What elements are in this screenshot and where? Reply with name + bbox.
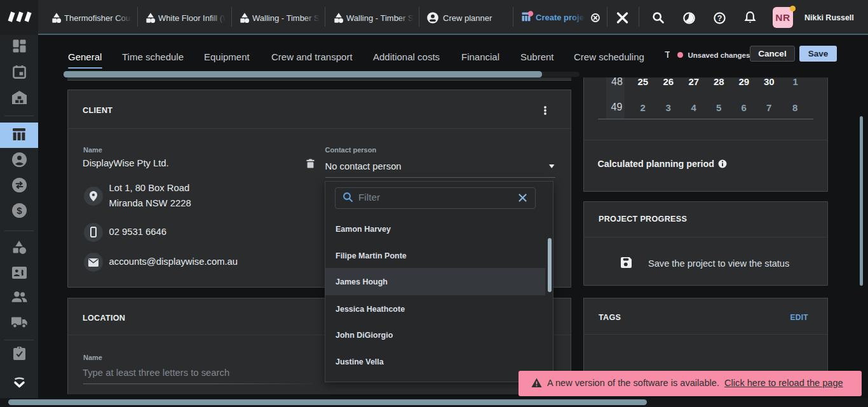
svg-text:$: $ — [17, 205, 22, 216]
svg-text:?: ? — [717, 14, 722, 23]
